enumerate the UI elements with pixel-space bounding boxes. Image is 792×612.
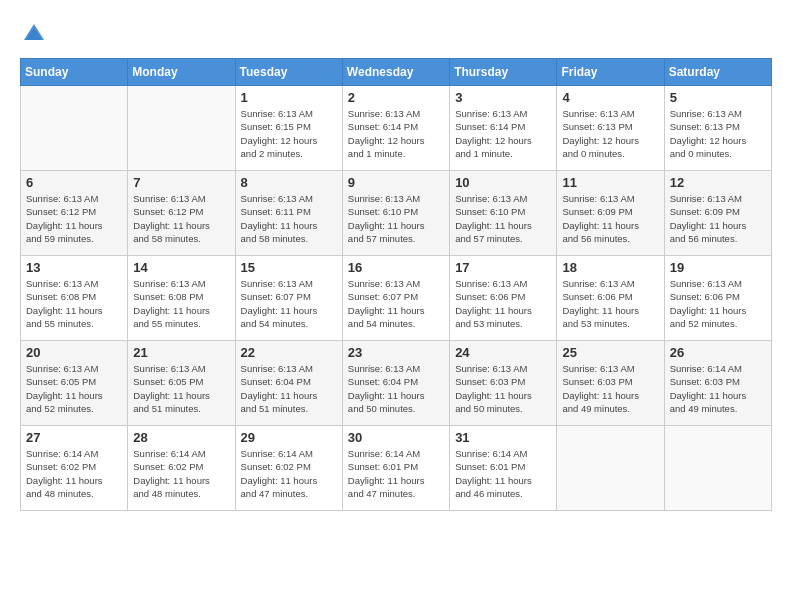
day-info: Sunrise: 6:14 AMSunset: 6:02 PMDaylight:… <box>241 447 337 500</box>
day-info: Sunrise: 6:13 AMSunset: 6:09 PMDaylight:… <box>670 192 766 245</box>
calendar-cell <box>21 86 128 171</box>
day-info: Sunrise: 6:13 AMSunset: 6:11 PMDaylight:… <box>241 192 337 245</box>
day-info: Sunrise: 6:13 AMSunset: 6:06 PMDaylight:… <box>562 277 658 330</box>
calendar-cell: 6Sunrise: 6:13 AMSunset: 6:12 PMDaylight… <box>21 171 128 256</box>
calendar-cell: 11Sunrise: 6:13 AMSunset: 6:09 PMDayligh… <box>557 171 664 256</box>
day-number: 28 <box>133 430 229 445</box>
weekday-header-friday: Friday <box>557 59 664 86</box>
day-number: 5 <box>670 90 766 105</box>
calendar-cell: 5Sunrise: 6:13 AMSunset: 6:13 PMDaylight… <box>664 86 771 171</box>
calendar-cell <box>557 426 664 511</box>
day-number: 7 <box>133 175 229 190</box>
day-info: Sunrise: 6:14 AMSunset: 6:02 PMDaylight:… <box>133 447 229 500</box>
day-info: Sunrise: 6:13 AMSunset: 6:04 PMDaylight:… <box>241 362 337 415</box>
day-number: 26 <box>670 345 766 360</box>
day-info: Sunrise: 6:13 AMSunset: 6:05 PMDaylight:… <box>133 362 229 415</box>
day-info: Sunrise: 6:13 AMSunset: 6:09 PMDaylight:… <box>562 192 658 245</box>
calendar-cell: 2Sunrise: 6:13 AMSunset: 6:14 PMDaylight… <box>342 86 449 171</box>
day-number: 25 <box>562 345 658 360</box>
day-info: Sunrise: 6:13 AMSunset: 6:03 PMDaylight:… <box>455 362 551 415</box>
calendar-week-row: 13Sunrise: 6:13 AMSunset: 6:08 PMDayligh… <box>21 256 772 341</box>
day-number: 11 <box>562 175 658 190</box>
day-info: Sunrise: 6:13 AMSunset: 6:10 PMDaylight:… <box>348 192 444 245</box>
calendar-cell: 9Sunrise: 6:13 AMSunset: 6:10 PMDaylight… <box>342 171 449 256</box>
day-info: Sunrise: 6:14 AMSunset: 6:01 PMDaylight:… <box>455 447 551 500</box>
calendar-week-row: 1Sunrise: 6:13 AMSunset: 6:15 PMDaylight… <box>21 86 772 171</box>
day-info: Sunrise: 6:13 AMSunset: 6:10 PMDaylight:… <box>455 192 551 245</box>
day-number: 2 <box>348 90 444 105</box>
day-info: Sunrise: 6:13 AMSunset: 6:03 PMDaylight:… <box>562 362 658 415</box>
calendar-cell: 12Sunrise: 6:13 AMSunset: 6:09 PMDayligh… <box>664 171 771 256</box>
calendar-cell: 31Sunrise: 6:14 AMSunset: 6:01 PMDayligh… <box>450 426 557 511</box>
day-number: 3 <box>455 90 551 105</box>
weekday-header-thursday: Thursday <box>450 59 557 86</box>
weekday-header-monday: Monday <box>128 59 235 86</box>
calendar-cell: 1Sunrise: 6:13 AMSunset: 6:15 PMDaylight… <box>235 86 342 171</box>
calendar-table: SundayMondayTuesdayWednesdayThursdayFrid… <box>20 58 772 511</box>
day-number: 24 <box>455 345 551 360</box>
day-number: 30 <box>348 430 444 445</box>
calendar-cell <box>128 86 235 171</box>
day-info: Sunrise: 6:13 AMSunset: 6:08 PMDaylight:… <box>133 277 229 330</box>
day-number: 29 <box>241 430 337 445</box>
day-info: Sunrise: 6:14 AMSunset: 6:01 PMDaylight:… <box>348 447 444 500</box>
day-number: 31 <box>455 430 551 445</box>
calendar-cell: 29Sunrise: 6:14 AMSunset: 6:02 PMDayligh… <box>235 426 342 511</box>
calendar-cell: 13Sunrise: 6:13 AMSunset: 6:08 PMDayligh… <box>21 256 128 341</box>
calendar-cell: 15Sunrise: 6:13 AMSunset: 6:07 PMDayligh… <box>235 256 342 341</box>
day-number: 1 <box>241 90 337 105</box>
day-info: Sunrise: 6:13 AMSunset: 6:07 PMDaylight:… <box>348 277 444 330</box>
weekday-header-row: SundayMondayTuesdayWednesdayThursdayFrid… <box>21 59 772 86</box>
day-number: 19 <box>670 260 766 275</box>
day-number: 12 <box>670 175 766 190</box>
calendar-cell <box>664 426 771 511</box>
day-info: Sunrise: 6:13 AMSunset: 6:13 PMDaylight:… <box>670 107 766 160</box>
calendar-cell: 20Sunrise: 6:13 AMSunset: 6:05 PMDayligh… <box>21 341 128 426</box>
day-number: 14 <box>133 260 229 275</box>
day-info: Sunrise: 6:13 AMSunset: 6:06 PMDaylight:… <box>670 277 766 330</box>
day-number: 18 <box>562 260 658 275</box>
day-info: Sunrise: 6:13 AMSunset: 6:04 PMDaylight:… <box>348 362 444 415</box>
day-number: 21 <box>133 345 229 360</box>
calendar-cell: 24Sunrise: 6:13 AMSunset: 6:03 PMDayligh… <box>450 341 557 426</box>
day-number: 13 <box>26 260 122 275</box>
day-info: Sunrise: 6:13 AMSunset: 6:05 PMDaylight:… <box>26 362 122 415</box>
day-info: Sunrise: 6:13 AMSunset: 6:15 PMDaylight:… <box>241 107 337 160</box>
day-number: 6 <box>26 175 122 190</box>
page-header <box>20 20 772 48</box>
calendar-cell: 22Sunrise: 6:13 AMSunset: 6:04 PMDayligh… <box>235 341 342 426</box>
day-info: Sunrise: 6:13 AMSunset: 6:14 PMDaylight:… <box>348 107 444 160</box>
day-number: 17 <box>455 260 551 275</box>
day-number: 9 <box>348 175 444 190</box>
day-info: Sunrise: 6:14 AMSunset: 6:02 PMDaylight:… <box>26 447 122 500</box>
day-info: Sunrise: 6:13 AMSunset: 6:07 PMDaylight:… <box>241 277 337 330</box>
calendar-cell: 25Sunrise: 6:13 AMSunset: 6:03 PMDayligh… <box>557 341 664 426</box>
day-number: 20 <box>26 345 122 360</box>
day-info: Sunrise: 6:13 AMSunset: 6:12 PMDaylight:… <box>26 192 122 245</box>
calendar-cell: 14Sunrise: 6:13 AMSunset: 6:08 PMDayligh… <box>128 256 235 341</box>
day-info: Sunrise: 6:13 AMSunset: 6:14 PMDaylight:… <box>455 107 551 160</box>
calendar-cell: 19Sunrise: 6:13 AMSunset: 6:06 PMDayligh… <box>664 256 771 341</box>
calendar-cell: 26Sunrise: 6:14 AMSunset: 6:03 PMDayligh… <box>664 341 771 426</box>
calendar-cell: 28Sunrise: 6:14 AMSunset: 6:02 PMDayligh… <box>128 426 235 511</box>
day-info: Sunrise: 6:13 AMSunset: 6:08 PMDaylight:… <box>26 277 122 330</box>
calendar-cell: 3Sunrise: 6:13 AMSunset: 6:14 PMDaylight… <box>450 86 557 171</box>
calendar-cell: 18Sunrise: 6:13 AMSunset: 6:06 PMDayligh… <box>557 256 664 341</box>
calendar-cell: 30Sunrise: 6:14 AMSunset: 6:01 PMDayligh… <box>342 426 449 511</box>
logo-icon <box>20 20 48 48</box>
calendar-cell: 4Sunrise: 6:13 AMSunset: 6:13 PMDaylight… <box>557 86 664 171</box>
day-info: Sunrise: 6:13 AMSunset: 6:06 PMDaylight:… <box>455 277 551 330</box>
day-number: 27 <box>26 430 122 445</box>
calendar-week-row: 6Sunrise: 6:13 AMSunset: 6:12 PMDaylight… <box>21 171 772 256</box>
day-info: Sunrise: 6:13 AMSunset: 6:12 PMDaylight:… <box>133 192 229 245</box>
weekday-header-saturday: Saturday <box>664 59 771 86</box>
calendar-week-row: 20Sunrise: 6:13 AMSunset: 6:05 PMDayligh… <box>21 341 772 426</box>
weekday-header-sunday: Sunday <box>21 59 128 86</box>
day-number: 10 <box>455 175 551 190</box>
day-info: Sunrise: 6:14 AMSunset: 6:03 PMDaylight:… <box>670 362 766 415</box>
weekday-header-tuesday: Tuesday <box>235 59 342 86</box>
day-number: 8 <box>241 175 337 190</box>
calendar-cell: 7Sunrise: 6:13 AMSunset: 6:12 PMDaylight… <box>128 171 235 256</box>
day-info: Sunrise: 6:13 AMSunset: 6:13 PMDaylight:… <box>562 107 658 160</box>
day-number: 16 <box>348 260 444 275</box>
